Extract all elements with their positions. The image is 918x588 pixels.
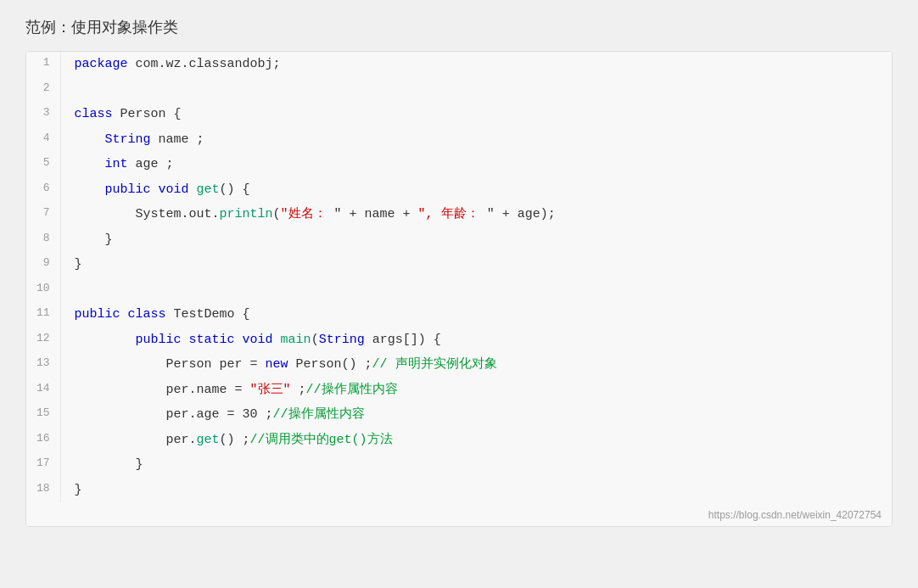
line-number: 10 [26,277,60,303]
table-row: 10 [26,277,892,303]
line-number: 6 [26,177,60,203]
code-content: per.name = "张三" ;//操作属性内容 [60,378,892,403]
line-number: 15 [26,402,60,428]
table-row: 18} [26,478,892,503]
line-number: 17 [26,452,60,478]
table-row: 5 int age ; [26,152,892,177]
table-row: 14 per.name = "张三" ;//操作属性内容 [26,378,892,403]
code-content: per.age = 30 ;//操作属性内容 [60,402,892,428]
line-number: 14 [26,378,60,403]
table-row: 8 } [26,227,892,253]
code-content: int age ; [60,152,892,177]
table-row: 16 per.get() ;//调用类中的get()方法 [26,428,892,453]
code-content: } [60,478,892,503]
line-number: 9 [26,252,60,277]
page-container: 范例：使用对象操作类 1package com.wz.classandobj;2… [0,0,918,588]
code-content: System.out.println("姓名： " + name + ", 年龄… [60,202,892,227]
code-content [60,277,892,303]
line-number: 3 [26,102,60,127]
table-row: 1package com.wz.classandobj; [26,52,892,77]
watermark: https://blog.csdn.net/weixin_42072754 [26,502,892,526]
code-content [60,77,892,103]
code-content: String name ; [60,127,892,153]
code-container: 1package com.wz.classandobj;2 3class Per… [25,51,893,527]
line-number: 11 [26,302,60,328]
line-number: 16 [26,428,60,453]
line-number: 7 [26,202,60,227]
table-row: 13 Person per = new Person() ;// 声明并实例化对… [26,352,892,378]
code-content: public void get() { [60,177,892,203]
table-row: 4 String name ; [26,127,892,153]
code-content: } [60,227,892,253]
table-row: 17 } [26,452,892,478]
table-row: 15 per.age = 30 ;//操作属性内容 [26,402,892,428]
code-content: per.get() ;//调用类中的get()方法 [60,428,892,453]
page-title: 范例：使用对象操作类 [25,17,893,37]
line-number: 4 [26,127,60,153]
table-row: 11public class TestDemo { [26,302,892,328]
code-table: 1package com.wz.classandobj;2 3class Per… [26,52,892,502]
line-number: 13 [26,352,60,378]
table-row: 9} [26,252,892,277]
line-number: 8 [26,227,60,253]
code-content: package com.wz.classandobj; [60,52,892,77]
line-number: 2 [26,77,60,103]
code-content: public static void main(String args[]) { [60,328,892,353]
code-content: public class TestDemo { [60,302,892,328]
code-content: } [60,252,892,277]
table-row: 6 public void get() { [26,177,892,203]
table-row: 12 public static void main(String args[]… [26,328,892,353]
line-number: 12 [26,328,60,353]
line-number: 18 [26,478,60,503]
code-content: Person per = new Person() ;// 声明并实例化对象 [60,352,892,378]
table-row: 3class Person { [26,102,892,127]
code-content: } [60,452,892,478]
line-number: 1 [26,52,60,77]
table-row: 2 [26,77,892,103]
line-number: 5 [26,152,60,177]
table-row: 7 System.out.println("姓名： " + name + ", … [26,202,892,227]
code-content: class Person { [60,102,892,127]
